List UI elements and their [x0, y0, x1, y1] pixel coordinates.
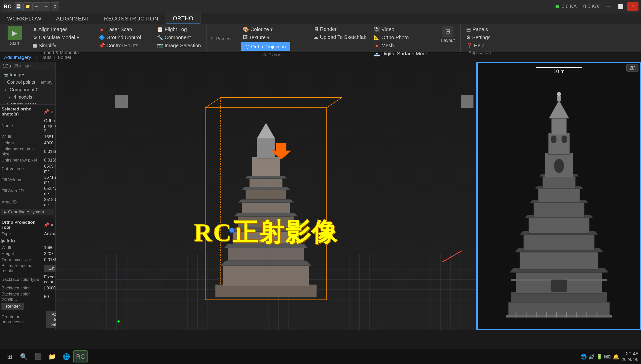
start-label: Start: [10, 41, 19, 47]
info-section-toggle[interactable]: ▶ Info: [2, 237, 54, 245]
browser-button[interactable]: 🌐: [59, 350, 73, 363]
3d-scene: RC正射影像 ✦: [56, 62, 476, 330]
sidebar-item-camera-poses[interactable]: Camera poses: [0, 101, 55, 105]
btn-control-points[interactable]: 📌 Control Points: [97, 42, 142, 49]
import-col1: ⬆ Align Images ⚙ Calculate Model ▾ ◼ Sim…: [31, 26, 81, 49]
app-icon: RC: [3, 2, 13, 12]
props-pin-icon[interactable]: 📌: [44, 109, 49, 115]
sidebar-item-images[interactable]: 📷 Images: [0, 71, 55, 79]
svg-rect-52: [562, 135, 567, 143]
viewport-2d[interactable]: 2D 10 m: [477, 62, 641, 330]
btn-laser-scan[interactable]: 🔺 Laser Scan: [97, 26, 142, 33]
width-label: Width: [2, 134, 42, 140]
props-height-row: Height 4000: [2, 140, 54, 146]
minimize-button[interactable]: —: [603, 2, 614, 11]
ribbon-group-import: ⬆ Align Images ⚙ Calculate Model ▾ ◼ Sim…: [27, 24, 93, 52]
sidebar-item-component0[interactable]: + Component 0: [0, 86, 55, 94]
toolbar-undo[interactable]: ↩: [32, 2, 41, 11]
ortho-tool-panel: Ortho Projection Tool 📌 ✕ Type Arbitrary…: [0, 218, 55, 330]
btn-panels[interactable]: ▤ Panels: [465, 26, 492, 33]
folder-label: Folder: [58, 55, 71, 60]
cp-value: empty: [41, 80, 52, 85]
render-cols: 🖥 Render ☁ Upload To Sketchfab 🎬 Video 📐…: [312, 26, 431, 57]
svg-rect-51: [551, 135, 556, 143]
layout-item[interactable]: ⊞ Layout: [440, 26, 456, 43]
area3d-label: Area 3D: [2, 200, 42, 205]
svg-rect-57: [506, 315, 612, 317]
btn-component[interactable]: 🔧 Component: [155, 34, 202, 41]
btn-render[interactable]: 🖥 Render: [312, 26, 368, 33]
restore-button[interactable]: ⬜: [615, 2, 626, 11]
scale-bar: 10 m: [536, 67, 582, 74]
btn-align-images[interactable]: ⬆ Align Images: [31, 26, 81, 33]
close-button[interactable]: ✕: [627, 2, 638, 11]
svg-rect-32: [511, 292, 607, 303]
btn-upload-sketchfab[interactable]: ☁ Upload To Sketchfab: [312, 34, 368, 41]
rc-app-button[interactable]: RC: [73, 350, 88, 363]
fill2d-value: 652.43 m²: [44, 186, 57, 196]
color-swatch[interactable]: [44, 286, 45, 290]
viewport-3d[interactable]: 3D: [56, 62, 477, 330]
fillvol-label: Fill Volume: [2, 177, 42, 183]
svg-rect-38: [524, 234, 594, 251]
btn-help[interactable]: ❓ Help: [465, 42, 492, 49]
btn-simplify[interactable]: ◼ Simplify: [31, 42, 81, 49]
btn-ortho-projection[interactable]: ⬡ Ortho Projection: [241, 42, 290, 51]
tab-ortho[interactable]: ORTHO: [166, 13, 201, 24]
tool-pixelsize-row: Ortho pixel size 0.013812: [2, 257, 54, 263]
sidebar-item-control-points[interactable]: Control points empty: [0, 79, 55, 86]
tool-backface-type-row: Backface color type Fixed color: [2, 274, 54, 285]
corner-marker-tr: [461, 95, 473, 108]
comp-label: Component 0: [10, 87, 38, 93]
compass-icon: ✦: [116, 318, 121, 325]
toolbar-open[interactable]: 📁: [23, 2, 32, 11]
toolbar-save[interactable]: 💾: [14, 2, 23, 11]
taskbar-time: 20:48 2024/4/9: [622, 350, 638, 362]
btn-mesh[interactable]: 🔺 Mesh: [372, 42, 431, 49]
btn-image-selection[interactable]: 📷 Image Selection: [155, 42, 202, 49]
btn-video[interactable]: 🎬 Video: [372, 26, 431, 33]
tab-alignment[interactable]: ALIGNMENT: [49, 13, 97, 24]
render-button[interactable]: Render: [2, 303, 24, 310]
fill2d-label: Fill Area 2D: [2, 189, 42, 194]
ribbon-start-btn[interactable]: ▶ Start: [7, 26, 22, 47]
file-explorer-button[interactable]: 📁: [45, 350, 59, 363]
tab-workflow[interactable]: WORKFLOW: [0, 13, 49, 24]
btn-ortho-photo[interactable]: 📐 Ortho Photo: [372, 34, 431, 41]
toolbar-settings2[interactable]: ⚙: [51, 2, 59, 11]
tool-header: Ortho Projection Tool 📌 ✕: [2, 220, 54, 230]
btn-texture[interactable]: 🖼 Texture ▾: [241, 34, 290, 41]
tool-pin-icon[interactable]: 📌: [44, 222, 49, 228]
tool-height-value: 3207: [44, 251, 54, 256]
coord-system-badge[interactable]: ▶ Coordinate system: [2, 209, 54, 215]
start-button[interactable]: ⊞: [3, 350, 17, 363]
svg-line-5: [327, 98, 342, 108]
btn-settings[interactable]: ⚙ Settings: [465, 34, 492, 41]
btn-colorize[interactable]: 🎨 Colorize ▾: [241, 26, 290, 33]
cp-label: Control points: [7, 80, 35, 85]
props-close-icon[interactable]: ✕: [50, 109, 54, 115]
btn-ground-control[interactable]: 🔷 Ground Control: [97, 34, 142, 41]
tab-reconstruction[interactable]: RECONSTRUCTION: [97, 13, 166, 24]
toolbar-redo[interactable]: ↪: [42, 2, 50, 11]
task-view-button[interactable]: ⬛: [31, 350, 45, 363]
models-icon: 🔺: [7, 95, 12, 99]
title-bar-left: RC 💾 📁 ↩ ↪ ⚙: [0, 2, 59, 12]
sidebar-item-4models[interactable]: 🔺 4 models: [0, 94, 55, 101]
tool-close-icon[interactable]: ✕: [50, 222, 54, 228]
ribbon-group-layout: ⊞ Layout: [435, 24, 461, 52]
svg-rect-44: [538, 189, 580, 202]
ribbon-content: ▶ Start ⬆ Align Images ⚙ Calculate Model…: [0, 24, 641, 52]
btn-flight-log[interactable]: 📋 Flight Log: [155, 26, 202, 33]
toolbar-icons: 💾 📁 ↩ ↪ ⚙: [14, 2, 59, 11]
ribbon-group-app: ▤ Panels ⚙ Settings ❓ Help Application: [461, 24, 499, 52]
btn-calculate[interactable]: ⚙ Calculate Model ▾: [31, 34, 81, 41]
taskbar-right: 🌐 🔊 🔋 ⌨ 🔔 20:48 2024/4/9: [581, 350, 638, 362]
bf-color-label: Backface color: [2, 286, 42, 291]
bf-transp-value: 50: [44, 294, 49, 299]
svg-line-4: [205, 98, 220, 108]
status-text-1: 0.0 KA: [562, 4, 577, 9]
btn-dsm[interactable]: 🗻 Digital Surface Model: [372, 50, 431, 57]
tool-batch-row: Create an unprocesse... Add to batch: [2, 310, 54, 329]
search-button[interactable]: 🔍: [17, 350, 31, 363]
